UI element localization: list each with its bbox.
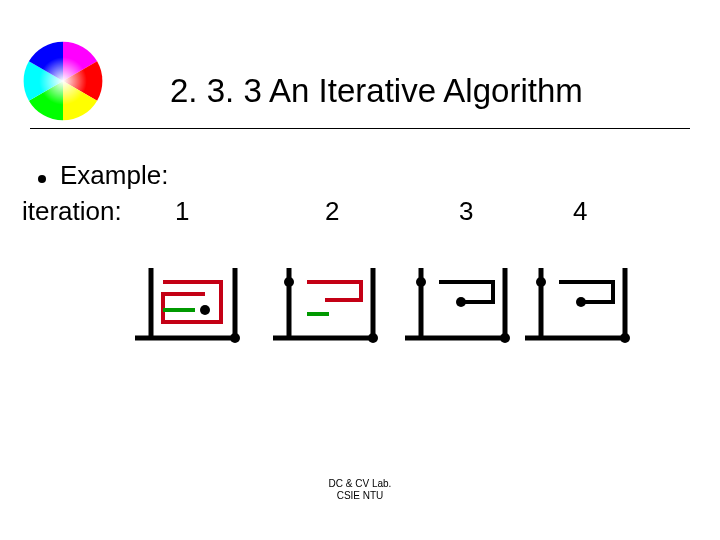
iteration-number-1: 1 <box>175 196 189 227</box>
svg-point-12 <box>368 333 378 343</box>
iteration-number-2: 2 <box>325 196 339 227</box>
iteration-number-3: 3 <box>459 196 473 227</box>
iteration-diagram-1 <box>135 268 245 358</box>
footer-line-1: DC & CV Lab. <box>329 478 392 489</box>
iteration-diagram-3 <box>405 268 515 358</box>
svg-point-17 <box>456 297 466 307</box>
svg-point-11 <box>284 277 294 287</box>
bullet-icon <box>38 175 46 183</box>
svg-point-22 <box>536 277 546 287</box>
footer-line-2: CSIE NTU <box>337 490 384 501</box>
svg-point-5 <box>200 305 210 315</box>
svg-point-6 <box>230 333 240 343</box>
svg-point-0 <box>24 42 103 121</box>
svg-point-24 <box>620 333 630 343</box>
iteration-label: iteration: <box>22 196 122 227</box>
svg-point-18 <box>500 333 510 343</box>
bullet-text: Example: <box>60 160 168 191</box>
svg-point-16 <box>416 277 426 287</box>
slide-title: 2. 3. 3 An Iterative Algorithm <box>170 72 583 110</box>
footer-text: DC & CV Lab. CSIE NTU <box>0 478 720 502</box>
iteration-diagram-2 <box>273 268 383 358</box>
svg-point-23 <box>576 297 586 307</box>
iteration-number-4: 4 <box>573 196 587 227</box>
color-wheel-logo <box>22 40 104 122</box>
title-underline <box>30 128 690 129</box>
iteration-diagram-4 <box>525 268 635 358</box>
slide-root: 2. 3. 3 An Iterative Algorithm Example: … <box>0 0 720 540</box>
